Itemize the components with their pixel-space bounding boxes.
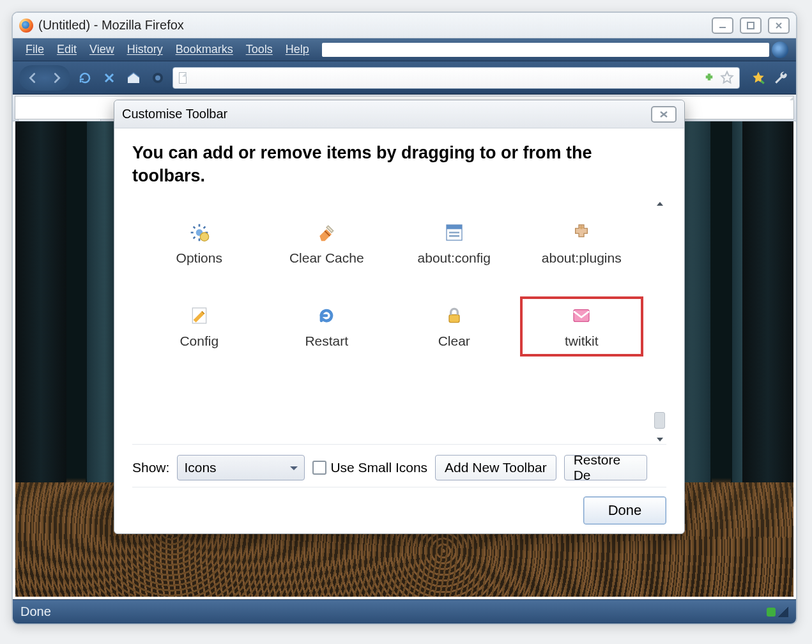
bookmark-star-icon[interactable]	[719, 70, 735, 86]
tab-untitled[interactable]: (Untitled)	[18, 98, 101, 121]
toolbar-item-label: Config	[180, 334, 218, 349]
dialog-close-button[interactable]	[651, 106, 677, 123]
back-button[interactable]	[20, 66, 45, 90]
toolbar-item-options[interactable]: Options	[139, 215, 260, 272]
menu-tools[interactable]: Tools	[241, 42, 278, 57]
status-indicator-icon	[767, 608, 776, 617]
toolbar-item-label: Restart	[305, 334, 348, 349]
minimize-button[interactable]	[712, 17, 733, 34]
toolbar-item-label: twitkit	[565, 334, 599, 349]
show-select[interactable]: Icons	[177, 455, 305, 480]
svg-rect-10	[449, 315, 459, 323]
menu-bookmarks[interactable]: Bookmarks	[171, 42, 238, 57]
statusbar: Done	[13, 599, 796, 624]
checkbox-icon	[312, 461, 326, 475]
scrollbar-thumb[interactable]	[654, 412, 665, 429]
toolbar-item-twitkit[interactable]: twitkit	[521, 298, 643, 355]
toolbar-item-clear[interactable]: Clear	[394, 298, 515, 355]
dialog-scrollbar[interactable]	[652, 199, 666, 444]
toolbar-item-label: about:config	[418, 250, 491, 266]
menu-view[interactable]: View	[84, 42, 119, 57]
menu-edit[interactable]: Edit	[52, 42, 82, 57]
svg-point-3	[155, 75, 160, 80]
toolbar-item-label: Clear	[438, 334, 470, 349]
toolbar-item-about-config[interactable]: about:config	[394, 215, 515, 272]
dialog-titlebar: Customise Toolbar	[114, 100, 684, 128]
statusbar-text: Done	[20, 604, 51, 619]
svg-point-8	[580, 226, 583, 229]
restore-default-set-button[interactable]: Restore De	[564, 455, 647, 480]
firefox-icon	[19, 19, 33, 33]
toolbar-item-clear-cache[interactable]: Clear Cache	[266, 215, 388, 272]
show-select-value: Icons	[184, 460, 216, 475]
show-label: Show:	[132, 460, 169, 475]
envelope-icon	[570, 304, 593, 327]
close-button[interactable]	[768, 17, 790, 34]
page-icon	[177, 71, 188, 85]
plugin-icon	[570, 221, 593, 244]
maximize-button[interactable]	[740, 17, 762, 34]
bookmarks-sidebar-icon[interactable]	[750, 70, 767, 86]
dialog-title: Customise Toolbar	[122, 107, 227, 121]
back-forward-group	[19, 65, 70, 91]
restart-icon	[315, 304, 338, 327]
menubar: File Edit View History Bookmarks Tools H…	[13, 38, 796, 61]
home-button[interactable]	[124, 68, 143, 88]
eraser-icon	[315, 221, 338, 244]
svg-rect-7	[447, 225, 462, 229]
menu-history[interactable]: History	[122, 42, 168, 57]
list-icon	[443, 221, 466, 244]
use-small-icons-checkbox[interactable]: Use Small Icons	[312, 460, 427, 475]
toolbar-items-grid: OptionsClear Cacheabout:configabout:plug…	[132, 199, 648, 444]
reload-button[interactable]	[75, 68, 95, 88]
add-new-toolbar-button[interactable]: Add New Toolbar	[435, 455, 556, 480]
customise-toolbar-dialog: Customise Toolbar You can add or remove …	[114, 100, 685, 534]
menubar-address-placeholder	[322, 43, 769, 57]
svg-rect-1	[747, 22, 754, 29]
svg-point-5	[200, 233, 208, 241]
menu-file[interactable]: File	[20, 42, 49, 57]
dialog-heading: You can add or remove items by dragging …	[132, 141, 666, 188]
stop-button[interactable]	[100, 68, 119, 88]
navigation-toolbar	[13, 61, 796, 95]
window-title: (Untitled) - Mozilla Firefox	[38, 18, 184, 33]
svg-rect-0	[719, 27, 726, 28]
toolbar-item-about-plugins[interactable]: about:plugins	[521, 215, 643, 272]
address-bar[interactable]	[172, 67, 740, 89]
record-icon[interactable]	[148, 68, 167, 88]
gear-icon	[188, 221, 211, 244]
pencil-icon	[188, 304, 211, 327]
toolbar-item-label: Clear Cache	[289, 250, 364, 266]
titlebar: (Untitled) - Mozilla Firefox	[13, 13, 796, 38]
toolbar-item-restart[interactable]: Restart	[266, 298, 388, 355]
addon-icon[interactable]	[703, 72, 715, 84]
window-controls	[712, 17, 790, 34]
use-small-icons-label: Use Small Icons	[330, 460, 427, 475]
resize-grip-icon[interactable]	[778, 607, 788, 617]
done-button[interactable]: Done	[583, 496, 666, 525]
lock-icon	[443, 304, 466, 327]
firefox-window: (Untitled) - Mozilla Firefox File Edit V…	[11, 12, 797, 625]
tools-icon[interactable]	[773, 70, 790, 86]
forward-button[interactable]	[45, 66, 69, 90]
toolbar-item-label: Options	[176, 250, 222, 266]
throbber-icon	[772, 42, 788, 58]
toolbar-item-config[interactable]: Config	[139, 298, 260, 355]
menu-help[interactable]: Help	[280, 42, 314, 57]
toolbar-item-label: about:plugins	[542, 250, 622, 266]
svg-rect-11	[574, 310, 589, 322]
